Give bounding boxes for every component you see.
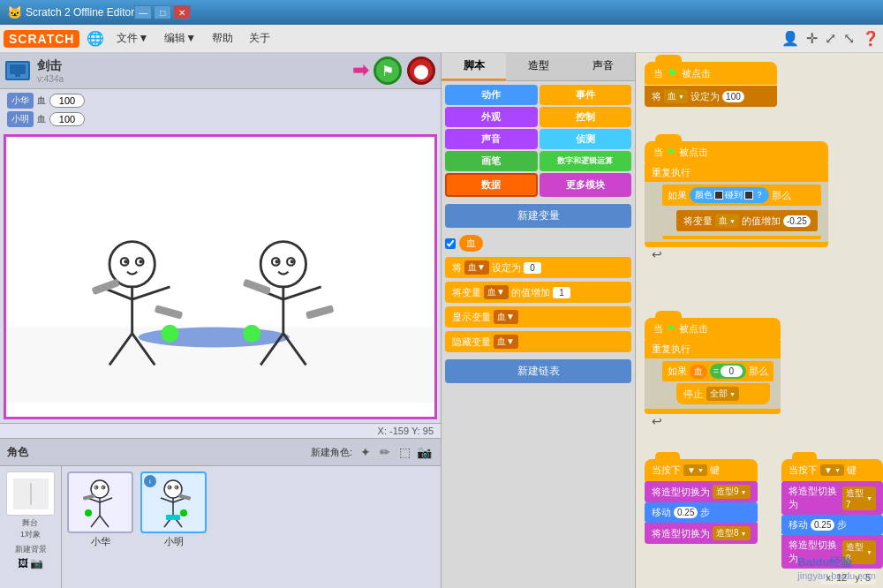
new-backdrop-paint-btn[interactable]: 🖼 bbox=[18, 557, 28, 569]
new-sprite-from-file-btn[interactable]: ✦ bbox=[356, 442, 375, 462]
if-color-block[interactable]: 如果 颜色 碰到 ？ 那么 bbox=[662, 185, 821, 206]
stage-backdrop-label: 舞台1对象 bbox=[20, 517, 41, 540]
new-sprite-copy-btn[interactable]: ⬚ bbox=[395, 442, 414, 462]
help-menu[interactable]: 帮助 bbox=[205, 27, 240, 49]
svg-rect-57 bbox=[173, 515, 180, 520]
script-area[interactable]: 当 ⚑ 被点击 将 血 设定为 100 当 ⚑ 被点击 重复执行 bbox=[636, 53, 883, 588]
new-sprite-paint-btn[interactable]: ✏ bbox=[375, 442, 395, 462]
cat-more-btn[interactable]: 更多模块 bbox=[540, 173, 632, 197]
minimize-btn[interactable]: — bbox=[134, 5, 152, 19]
set-var-block[interactable]: 将 血▼ 设定为 0 bbox=[445, 257, 631, 278]
stop-all-block[interactable]: 停止 全部 bbox=[676, 383, 770, 404]
costume-7-dropdown[interactable]: 造型7 bbox=[842, 486, 876, 510]
svg-line-41 bbox=[100, 516, 109, 527]
move-val-4a[interactable]: 0.25 bbox=[674, 507, 698, 518]
when-key-block-5[interactable]: 当按下 ▼ 键 bbox=[781, 459, 883, 481]
blood-dropdown-2[interactable]: 血 bbox=[715, 214, 739, 228]
stage-canvas bbox=[4, 134, 437, 419]
stop-label: 停止 bbox=[683, 388, 703, 401]
repeat-block-2[interactable]: 重复执行 bbox=[645, 163, 828, 182]
new-backdrop-camera-btn[interactable]: 📷 bbox=[30, 557, 43, 569]
move-steps-4a[interactable]: 移动 0.25 步 bbox=[645, 502, 758, 523]
show-var-block[interactable]: 显示变量 血▼ bbox=[445, 306, 631, 328]
edit-menu[interactable]: 编辑▼ bbox=[157, 27, 203, 49]
switch-costume-9[interactable]: 将造型切换为 造型9 bbox=[645, 481, 758, 502]
repeat-block-3[interactable]: 重复执行 bbox=[645, 340, 781, 358]
sprite-thumb-xiaoming[interactable]: i bbox=[140, 471, 207, 533]
cat-looks-btn[interactable]: 外观 bbox=[445, 107, 538, 127]
cross-icon[interactable]: ✛ bbox=[806, 30, 818, 47]
left-panel: 剑击 v:434a ➡ ⚑ ⬤ 小华 血 100 小明 血 100 bbox=[0, 53, 442, 588]
switch-costume-7[interactable]: 将造型切换为 造型7 bbox=[781, 481, 883, 515]
hide-var-block[interactable]: 隐藏变量 血▼ bbox=[445, 331, 631, 352]
hat-block-2[interactable]: 当 ⚑ 被点击 bbox=[645, 141, 828, 163]
if-blood-zero[interactable]: 如果 血 = 0 那么 bbox=[662, 361, 774, 381]
cat-operators-btn[interactable]: 数字和逻辑运算 bbox=[540, 151, 632, 171]
script-group-4: 当按下 ▼ 键 将造型切换为 造型9 移动 0.25 步 将造型切换为 造型8 bbox=[645, 459, 758, 544]
change-blood-block[interactable]: 将变量 血 的值增加 -0.25 bbox=[676, 210, 818, 231]
shrink-icon[interactable]: ⤡ bbox=[843, 30, 855, 47]
zero-input[interactable]: 0 bbox=[721, 366, 743, 377]
cat-sound-btn[interactable]: 声音 bbox=[445, 129, 538, 149]
costume-9-dropdown[interactable]: 造型9 bbox=[713, 485, 751, 499]
sprite-item-xiaoming[interactable]: i bbox=[140, 471, 207, 583]
tab-sound[interactable]: 声音 bbox=[570, 53, 635, 80]
move-val-5a[interactable]: 0.25 bbox=[811, 519, 834, 531]
show-var-name: 血▼ bbox=[494, 310, 518, 324]
cat-control-btn[interactable]: 控制 bbox=[540, 107, 632, 127]
maximize-btn[interactable]: □ bbox=[154, 5, 171, 19]
cat-motion-btn[interactable]: 动作 bbox=[445, 85, 538, 105]
cat-events-btn[interactable]: 事件 bbox=[540, 85, 632, 105]
right-panel: 当 ⚑ 被点击 将 血 设定为 100 当 ⚑ 被点击 重复执行 bbox=[636, 53, 883, 588]
cat-data-btn[interactable]: 数据 bbox=[445, 173, 538, 197]
stop-dropdown[interactable]: 全部 bbox=[706, 387, 739, 401]
new-var-btn[interactable]: 新建变量 bbox=[445, 204, 631, 228]
costume-8a-dropdown[interactable]: 造型8 bbox=[713, 526, 751, 540]
color-sensing[interactable]: 颜色 碰到 ？ bbox=[690, 187, 769, 203]
cat-sensing-btn[interactable]: 侦测 bbox=[540, 129, 632, 149]
toolbar-right: 👤 ✛ ⤢ ⤡ ❓ bbox=[781, 30, 879, 47]
change-var-block[interactable]: 将变量 血▼ 的值增加 1 bbox=[445, 282, 631, 303]
svg-point-55 bbox=[180, 509, 187, 516]
set-value-input[interactable]: 0 bbox=[524, 262, 541, 274]
sprite-item-xiaohua[interactable]: 小华 bbox=[67, 471, 133, 583]
svg-point-3 bbox=[139, 328, 290, 348]
set-100-input[interactable]: 100 bbox=[722, 91, 744, 102]
add-sprite-icon[interactable]: 👤 bbox=[781, 30, 799, 47]
svg-point-17 bbox=[260, 242, 306, 287]
cat-pen-btn[interactable]: 画笔 bbox=[445, 151, 538, 171]
green-flag-btn[interactable]: ⚑ bbox=[374, 57, 402, 85]
globe-icon[interactable]: 🌐 bbox=[87, 30, 104, 47]
then-label-3: 那么 bbox=[749, 365, 768, 378]
help-icon[interactable]: ❓ bbox=[862, 30, 879, 47]
stage-thumb[interactable] bbox=[6, 471, 55, 516]
down-key-dropdown-4[interactable]: ▼ bbox=[683, 464, 707, 476]
sprite-thumb-xiaohua[interactable] bbox=[67, 471, 133, 533]
blood-dropdown-1[interactable]: 血 bbox=[664, 89, 688, 103]
switch-costume-8a[interactable]: 将造型切换为 造型8 bbox=[645, 523, 758, 544]
tab-script[interactable]: 脚本 bbox=[442, 53, 506, 80]
change-val-input[interactable]: -0.25 bbox=[783, 215, 811, 227]
new-list-btn[interactable]: 新建链表 bbox=[445, 359, 631, 383]
stage-controls: ➡ ⚑ ⬤ bbox=[352, 57, 435, 85]
file-menu[interactable]: 文件▼ bbox=[109, 27, 155, 49]
close-btn[interactable]: ✕ bbox=[173, 5, 191, 19]
fullscreen-icon[interactable]: ⤢ bbox=[825, 30, 836, 47]
svg-point-7 bbox=[124, 260, 127, 263]
move-steps-5a[interactable]: 移动 0.25 步 bbox=[781, 515, 883, 535]
clicked-label-2: 被点击 bbox=[679, 146, 708, 159]
var-checkbox-blood[interactable] bbox=[445, 238, 456, 249]
sprites-header: 角色 新建角色: ✦ ✏ ⬚ 📷 bbox=[0, 439, 441, 466]
hat-block-1[interactable]: 当 ⚑ 被点击 bbox=[645, 62, 777, 85]
svg-line-40 bbox=[91, 516, 100, 527]
change-value-input[interactable]: 1 bbox=[553, 287, 570, 298]
tab-costume[interactable]: 造型 bbox=[506, 53, 570, 80]
when-key-block-4[interactable]: 当按下 ▼ 键 bbox=[645, 459, 758, 481]
new-sprite-camera-btn[interactable]: 📷 bbox=[414, 442, 434, 462]
set-blood-block[interactable]: 将 血 设定为 100 bbox=[645, 86, 777, 107]
stop-btn[interactable]: ⬤ bbox=[407, 57, 435, 85]
about-menu[interactable]: 关于 bbox=[242, 27, 277, 49]
hat-block-3[interactable]: 当 ⚑ 被点击 bbox=[645, 318, 781, 340]
down-key-dropdown-5[interactable]: ▼ bbox=[820, 464, 844, 476]
sprites-title: 角色 bbox=[7, 445, 311, 460]
